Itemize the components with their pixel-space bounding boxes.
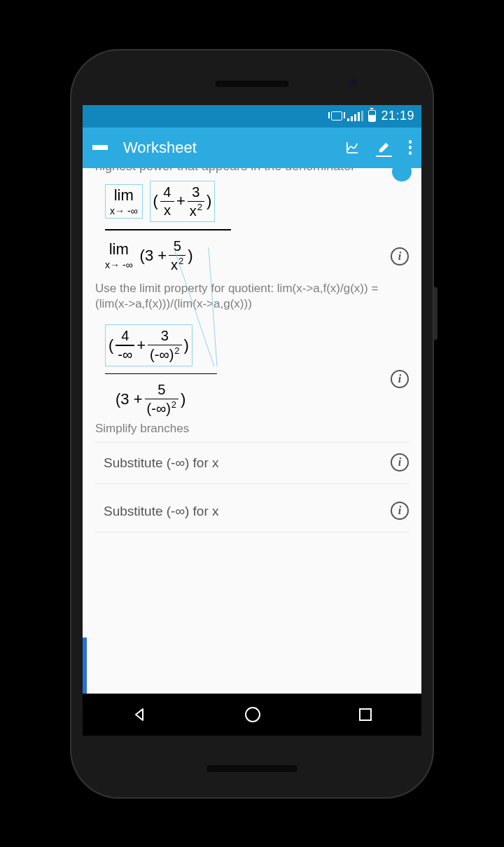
signal-icon — [347, 111, 364, 121]
graph-icon[interactable] — [346, 141, 359, 154]
overflow-menu-icon[interactable] — [409, 140, 412, 155]
substep-1[interactable]: Substitute (-∞) for x i — [83, 443, 421, 483]
nav-back-icon[interactable] — [131, 706, 148, 723]
selection-indicator — [83, 638, 87, 694]
phone-bottom-speaker — [206, 765, 298, 772]
menu-icon[interactable] — [92, 142, 108, 153]
lim-sub: x→ -∞ — [110, 205, 138, 216]
info-icon[interactable]: i — [391, 247, 409, 266]
vibrate-icon — [331, 111, 342, 120]
phone-frame: 21:19 Worksheet — [70, 49, 434, 799]
nav-recent-icon[interactable] — [358, 707, 373, 722]
substep-2[interactable]: Substitute (-∞) for x i — [83, 484, 421, 532]
phone-power-button — [434, 287, 438, 340]
step-explanation-2: Simplify branches — [83, 421, 421, 442]
svg-point-2 — [246, 708, 260, 722]
math-step-1: lim x→ -∞ ( 4 x + 3 — [83, 174, 421, 277]
math-step-2: ( 4 -∞ + 3 (-∞)2 ) — [83, 317, 421, 421]
edit-icon[interactable] — [377, 141, 391, 154]
content-area[interactable]: highest power that appears in the denomi… — [83, 168, 421, 694]
divider — [95, 532, 409, 532]
nav-home-icon[interactable] — [244, 705, 262, 724]
screen: 21:19 Worksheet — [83, 105, 421, 736]
phone-camera — [349, 78, 357, 86]
info-icon[interactable]: i — [391, 370, 409, 388]
app-bar: Worksheet — [83, 128, 421, 168]
svg-rect-3 — [360, 709, 371, 720]
status-time: 21:19 — [381, 109, 414, 123]
hint-text: highest power that appears in the denomi… — [83, 168, 421, 174]
info-icon[interactable]: i — [391, 502, 409, 520]
battery-icon — [368, 110, 376, 122]
step-explanation-1: Use the limit property for quotient: lim… — [83, 277, 421, 317]
navigation-bar — [83, 694, 421, 736]
phone-speaker — [216, 81, 289, 87]
status-bar: 21:19 — [83, 105, 421, 128]
app-title: Worksheet — [123, 139, 330, 157]
lim-text: lim — [114, 186, 134, 205]
info-icon[interactable]: i — [391, 453, 409, 471]
